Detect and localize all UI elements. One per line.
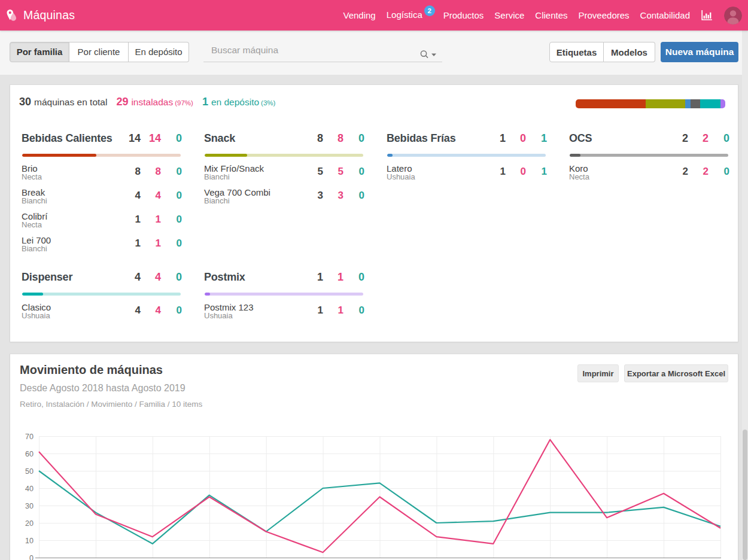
machine-model-row[interactable]: BrioNecta880 xyxy=(22,162,182,186)
family-total-count: 1 xyxy=(500,132,506,145)
machine-model-info: BrioNecta xyxy=(22,162,135,181)
machine-model-row[interactable]: LateroUshuaia101 xyxy=(387,162,547,186)
machine-model-row[interactable]: Lei 700Bianchi110 xyxy=(22,234,182,258)
machine-model-info: LateroUshuaia xyxy=(387,162,500,181)
nav-item-label: Clientes xyxy=(535,10,567,20)
summary-counters: 30 máquinas en total 29 instaladas (97%)… xyxy=(19,96,275,110)
statistics-icon[interactable] xyxy=(701,10,712,21)
secondary-buttons: Etiquetas Modelos xyxy=(549,42,655,62)
family-models-list: LateroUshuaia101 xyxy=(387,162,547,186)
nav-item-label: Productos xyxy=(443,10,484,20)
toolbar-actions: Etiquetas Modelos Nueva máquina xyxy=(549,42,738,62)
machine-model-row[interactable]: Postmix 123Ushuaia110 xyxy=(204,301,364,325)
machine-model-info: ClasicoUshuaia xyxy=(22,301,135,319)
family-header: Bebidas Calientes14140 xyxy=(22,127,182,148)
model-total-count: 3 xyxy=(318,190,323,202)
family-title: OCS xyxy=(569,132,682,145)
family-installed-count: 4 xyxy=(141,271,161,284)
family-card-snack: Snack880Mix Frío/SnackBianchi550Vega 700… xyxy=(204,127,364,258)
model-installed-count: 4 xyxy=(141,305,161,316)
summary-installed: 29 instaladas (97%) xyxy=(116,96,193,108)
toolbar: Por familiaPor clienteEn depósito Etique… xyxy=(0,31,748,75)
machines-summary-card: 30 máquinas en total 29 instaladas (97%)… xyxy=(10,84,738,342)
nav-item-proveedores[interactable]: Proveedores xyxy=(579,10,630,20)
navbar-brand: Máquinas xyxy=(0,5,75,26)
new-machine-button[interactable]: Nueva máquina xyxy=(661,42,738,62)
machine-model-row[interactable]: Vega 700 CombiBianchi330 xyxy=(204,186,364,210)
model-deposit-count: 0 xyxy=(343,166,364,178)
view-tabs: Por familiaPor clienteEn depósito xyxy=(10,42,189,62)
etiquetas-button[interactable]: Etiquetas xyxy=(549,42,604,62)
model-installed-count: 8 xyxy=(141,166,161,178)
movement-title: Movimiento de máquinas xyxy=(20,363,163,377)
export-excel-button[interactable]: Exportar a Microsoft Excel xyxy=(624,364,728,382)
nav-item-label: Contabilidad xyxy=(640,10,690,20)
page-title: Máquinas xyxy=(23,8,75,22)
family-progress-fill xyxy=(205,293,210,296)
model-total-count: 4 xyxy=(135,190,141,202)
family-header: Postmix110 xyxy=(204,266,364,287)
nav-item-productos[interactable]: Productos xyxy=(443,10,484,20)
model-installed-count: 1 xyxy=(141,214,161,226)
print-button[interactable]: Imprimir xyxy=(577,364,619,382)
machine-model-row[interactable]: ColibríNecta110 xyxy=(22,210,182,234)
y-axis-tick-label: 50 xyxy=(25,467,34,476)
nav-item-service[interactable]: Service xyxy=(494,10,524,20)
bar-segment-dispenser xyxy=(700,99,720,108)
main-nav: VendingLogística2ProductosServiceCliente… xyxy=(337,10,695,21)
family-installed-count: 1 xyxy=(323,271,343,284)
model-installed-count: 1 xyxy=(141,238,161,249)
search-box xyxy=(203,42,442,62)
family-card-ocs: OCS220KoroNecta220 xyxy=(569,127,729,258)
family-deposit-count: 0 xyxy=(709,132,729,145)
machine-model-info: Mix Frío/SnackBianchi xyxy=(204,162,318,181)
modelos-button[interactable]: Modelos xyxy=(604,42,655,62)
family-card-bebidas-calientes: Bebidas Calientes14140BrioNecta880BreakB… xyxy=(22,127,182,258)
nav-item-clientes[interactable]: Clientes xyxy=(535,10,567,20)
search-icon[interactable] xyxy=(419,50,437,59)
machine-model-row[interactable]: BreakBianchi440 xyxy=(22,186,182,210)
bar-segment-bebidas-frias xyxy=(685,99,690,108)
app-logo-icon xyxy=(7,5,19,26)
tab-en-deposito[interactable]: En depósito xyxy=(129,42,189,62)
family-models-list: Mix Frío/SnackBianchi550Vega 700 CombiBi… xyxy=(204,162,364,210)
model-installed-count: 4 xyxy=(141,190,161,202)
notification-badge: 2 xyxy=(424,5,435,16)
nav-item-label: Vending xyxy=(343,10,375,20)
families-distribution-bar xyxy=(576,99,725,108)
nav-item-label: Service xyxy=(494,10,524,20)
family-progress-bar xyxy=(205,154,363,157)
avatar[interactable] xyxy=(724,7,742,25)
page-scrollbar[interactable] xyxy=(742,31,748,560)
y-axis-tick-label: 20 xyxy=(25,519,34,528)
machine-model-row[interactable]: KoroNecta220 xyxy=(569,162,729,186)
family-deposit-count: 0 xyxy=(161,132,182,145)
machine-model-info: Postmix 123Ushuaia xyxy=(204,301,318,319)
nav-item-contabilidad[interactable]: Contabilidad xyxy=(640,10,690,20)
nav-item-logistica[interactable]: Logística2 xyxy=(387,10,433,21)
tab-por-familia[interactable]: Por familia xyxy=(10,42,69,62)
family-total-count: 14 xyxy=(129,132,141,145)
bar-segment-postmix xyxy=(720,99,725,108)
family-title: Dispenser xyxy=(22,271,135,284)
machine-model-brand: Necta xyxy=(22,221,135,229)
machine-model-row[interactable]: ClasicoUshuaia440 xyxy=(22,301,182,325)
nav-item-vending[interactable]: Vending xyxy=(343,10,375,20)
machine-movement-card: Movimiento de máquinas Desde Agosto 2018… xyxy=(10,354,738,560)
y-axis-tick-label: 40 xyxy=(25,485,34,493)
family-total-count: 2 xyxy=(682,132,688,145)
family-header: OCS220 xyxy=(569,127,729,148)
family-installed-count: 2 xyxy=(688,132,709,145)
family-deposit-count: 0 xyxy=(161,271,182,284)
family-progress-fill xyxy=(22,154,96,157)
search-input[interactable] xyxy=(203,42,442,62)
model-installed-count: 0 xyxy=(506,166,526,178)
model-deposit-count: 0 xyxy=(161,238,182,249)
family-total-count: 8 xyxy=(317,132,323,145)
machine-model-brand: Bianchi xyxy=(204,197,318,205)
tab-por-cliente[interactable]: Por cliente xyxy=(69,42,129,62)
machine-model-row[interactable]: Mix Frío/SnackBianchi550 xyxy=(204,162,364,186)
scrollbar-thumb[interactable] xyxy=(743,430,747,560)
family-title: Bebidas Frías xyxy=(387,132,500,145)
bar-segment-ocs xyxy=(691,99,701,108)
